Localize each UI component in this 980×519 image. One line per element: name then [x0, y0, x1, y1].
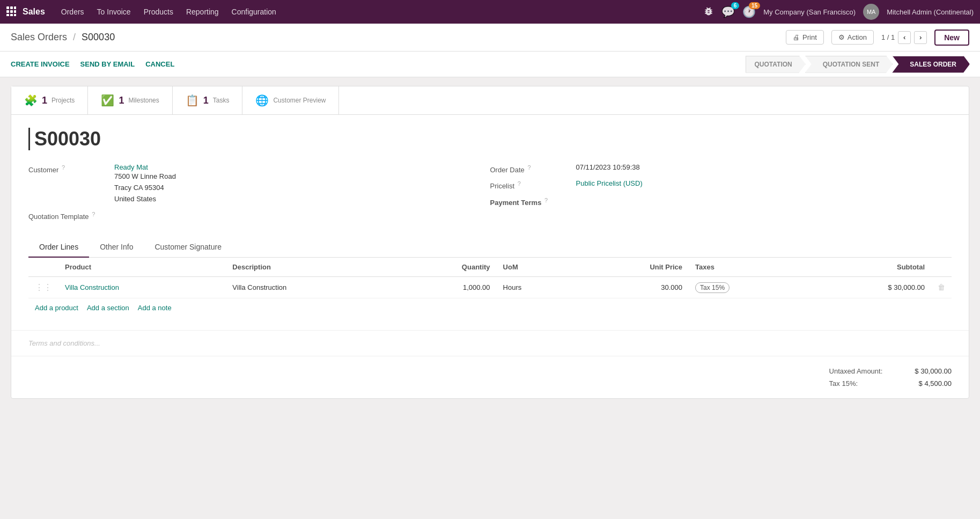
nav-configuration[interactable]: Configuration [226, 5, 282, 18]
nav-reporting[interactable]: Reporting [181, 5, 224, 18]
company-label[interactable]: My Company (San Francisco) [763, 8, 856, 16]
order-date-row: Order Date ? 07/11/2023 10:59:38 [490, 163, 935, 174]
milestones-button[interactable]: ✅ 1 Milestones [88, 86, 172, 114]
quantity-cell[interactable]: 1,000.00 [394, 276, 497, 298]
col-subtotal: Subtotal [807, 258, 931, 277]
table-header: Product Description Quantity UoM Unit Pr… [28, 258, 952, 277]
new-button[interactable]: New [934, 30, 969, 46]
add-product-link[interactable]: Add a product [35, 304, 78, 312]
col-product: Product [58, 258, 226, 277]
table-body: ⋮⋮ Villa Construction Villa Construction… [28, 276, 952, 298]
breadcrumb-current: S00030 [82, 32, 115, 42]
pricelist-help[interactable]: ? [518, 180, 521, 187]
unit-price-cell[interactable]: 30.000 [575, 276, 689, 298]
tab-customer-signature[interactable]: Customer Signature [144, 237, 232, 258]
svg-rect-5 [14, 10, 16, 13]
next-button[interactable]: › [914, 31, 927, 44]
bug-icon[interactable] [703, 6, 714, 18]
customer-address: 7500 W Linne Road Tracy CA 95304 United … [114, 171, 176, 204]
payment-terms-label: Payment Terms ? [490, 196, 576, 207]
action-button[interactable]: ⚙ Action [831, 30, 874, 45]
nav-orders[interactable]: Orders [56, 5, 90, 18]
create-invoice-button[interactable]: CREATE INVOICE [11, 58, 70, 70]
grid-icon[interactable] [6, 6, 16, 18]
description-cell[interactable]: Villa Construction [226, 276, 393, 298]
svg-rect-7 [10, 14, 13, 16]
quotation-template-row: Quotation Template ? [28, 210, 473, 221]
customer-help[interactable]: ? [62, 164, 65, 171]
send-by-email-button[interactable]: SEND BY EMAIL [80, 58, 135, 70]
quotation-template-help[interactable]: ? [92, 211, 95, 217]
delete-row-button[interactable]: 🗑 [938, 283, 945, 291]
customer-preview-button[interactable]: 🌐 Customer Preview [242, 86, 339, 114]
svg-rect-1 [10, 6, 13, 9]
avatar[interactable]: MA [863, 4, 879, 20]
product-link[interactable]: Villa Construction [65, 283, 119, 291]
customer-name[interactable]: Ready Mat [114, 163, 176, 171]
top-navigation: Sales Orders To Invoice Products Reporti… [0, 0, 980, 24]
title-bar: Sales Orders / S00030 🖨 Print ⚙ Action 1… [0, 24, 980, 52]
list-icon: 📋 [186, 94, 199, 107]
smart-buttons: 🧩 1 Projects ✅ 1 Milestones 📋 1 Tasks 🌐 … [11, 86, 969, 115]
messages-badge: 6 [731, 2, 740, 9]
actionbar-buttons: CREATE INVOICE SEND BY EMAIL CANCEL [11, 58, 174, 70]
tax-row: Tax 15%: $ 4,500.00 [829, 377, 952, 390]
totals-section: Untaxed Amount: $ 30,000.00 Tax 15%: $ 4… [11, 356, 969, 398]
col-taxes: Taxes [689, 258, 807, 277]
svg-rect-6 [6, 14, 9, 16]
nav-products[interactable]: Products [138, 5, 179, 18]
brand-label[interactable]: Sales [23, 7, 45, 17]
breadcrumb-parent[interactable]: Sales Orders [11, 32, 67, 42]
prev-button[interactable]: ‹ [898, 31, 911, 44]
untaxed-label: Untaxed Amount: [829, 367, 883, 375]
cancel-button[interactable]: CANCEL [145, 58, 174, 70]
untaxed-value: $ 30,000.00 [915, 367, 952, 375]
projects-button[interactable]: 🧩 1 Projects [11, 86, 88, 114]
order-table: Product Description Quantity UoM Unit Pr… [28, 258, 952, 298]
order-date-help[interactable]: ? [527, 164, 530, 171]
svg-rect-0 [6, 6, 9, 9]
order-date-label: Order Date ? [490, 163, 576, 174]
uom-cell[interactable]: Hours [497, 276, 576, 298]
tax-badge[interactable]: Tax 15% [695, 282, 730, 293]
tab-order-lines[interactable]: Order Lines [28, 237, 89, 258]
tab-other-info[interactable]: Other Info [89, 237, 144, 258]
col-quantity: Quantity [394, 258, 497, 277]
puzzle-icon: 🧩 [24, 94, 38, 107]
terms-placeholder[interactable]: Terms and conditions... [28, 339, 100, 347]
add-links: Add a product Add a section Add a note [28, 298, 952, 317]
drag-handle[interactable]: ⋮⋮ [35, 283, 52, 292]
pipeline-sales-order[interactable]: SALES ORDER [892, 56, 970, 73]
add-section-link[interactable]: Add a section [87, 304, 129, 312]
nav-to-invoice[interactable]: To Invoice [92, 5, 136, 18]
form-grid: Customer ? Ready Mat 7500 W Linne Road T… [28, 163, 952, 226]
col-uom: UoM [497, 258, 576, 277]
customer-label: Customer ? [28, 163, 114, 174]
user-label[interactable]: Mitchell Admin (Continental) [887, 8, 974, 16]
pricelist-value[interactable]: Public Pricelist (USD) [576, 179, 643, 187]
payment-terms-help[interactable]: ? [544, 197, 548, 203]
untaxed-row: Untaxed Amount: $ 30,000.00 [829, 365, 952, 377]
messages-icon[interactable]: 💬 6 [721, 5, 735, 18]
col-unit-price: Unit Price [575, 258, 689, 277]
pricelist-label: Pricelist ? [490, 179, 576, 190]
print-button[interactable]: 🖨 Print [786, 30, 824, 45]
table-row: ⋮⋮ Villa Construction Villa Construction… [28, 276, 952, 298]
activities-icon[interactable]: 🕐 15 [742, 5, 756, 18]
titlebar-actions: 🖨 Print ⚙ Action 1 / 1 ‹ › New [786, 30, 969, 46]
tasks-button[interactable]: 📋 1 Tasks [173, 86, 243, 114]
tax-value: $ 4,500.00 [919, 379, 952, 388]
pipeline-quotation-sent[interactable]: QUOTATION SENT [805, 56, 893, 73]
order-date-value[interactable]: 07/11/2023 10:59:38 [576, 163, 640, 171]
subtotal-cell: $ 30,000.00 [807, 276, 931, 298]
form-body: S00030 Customer ? Ready Mat 7500 W Linne… [11, 115, 969, 330]
terms-area: Terms and conditions... [11, 330, 969, 356]
customer-row: Customer ? Ready Mat 7500 W Linne Road T… [28, 163, 473, 204]
tax-cell: Tax 15% [689, 276, 807, 298]
breadcrumb-separator: / [73, 32, 76, 42]
product-cell: Villa Construction [58, 276, 226, 298]
add-note-link[interactable]: Add a note [138, 304, 172, 312]
order-card: 🧩 1 Projects ✅ 1 Milestones 📋 1 Tasks 🌐 … [11, 86, 969, 399]
pipeline-quotation[interactable]: QUOTATION [746, 56, 806, 73]
status-pipeline: QUOTATION QUOTATION SENT SALES ORDER [746, 56, 969, 73]
